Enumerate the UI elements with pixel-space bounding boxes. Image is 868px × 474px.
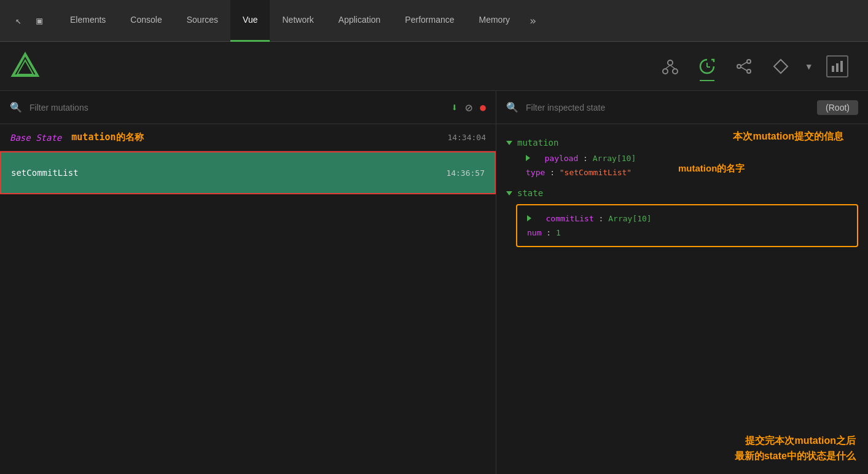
svg-marker-14: [774, 60, 788, 73]
router-icon[interactable]: [733, 55, 755, 77]
bar-chart-icon[interactable]: [826, 55, 848, 77]
events-icon[interactable]: [770, 55, 792, 77]
state-search-icon: 🔍: [506, 101, 518, 113]
payload-colon: :: [583, 154, 593, 163]
state-box: commitList : Array[10] num : 1: [516, 204, 858, 247]
commitlist-expand-triangle[interactable]: [527, 215, 531, 221]
record-icon[interactable]: ●: [480, 101, 486, 113]
ban-icon[interactable]: ⊘: [465, 100, 472, 115]
tab-bar: ↖ ▣ Elements Console Sources Vue Network…: [0, 0, 868, 42]
devtools-panel: ▼ 🔍 ⬇ ⊘ ●: [0, 42, 868, 474]
main-content: 🔍 ⬇ ⊘ ● Base State mutation的名称 14:34:04 …: [0, 91, 868, 474]
num-value: 1: [556, 228, 561, 237]
svg-line-13: [741, 67, 747, 71]
svg-point-2: [668, 60, 673, 65]
devtools-icons: ↖ ▣: [5, 12, 53, 30]
mutations-list: Base State mutation的名称 14:34:04 setCommi…: [0, 124, 496, 474]
base-state-row[interactable]: Base State mutation的名称 14:34:04: [0, 124, 496, 151]
left-panel: 🔍 ⬇ ⊘ ● Base State mutation的名称 14:34:04 …: [0, 91, 496, 474]
state-expand-triangle[interactable]: [506, 191, 512, 196]
state-section-header[interactable]: state: [506, 184, 858, 202]
state-search-bar: 🔍 (Root): [496, 91, 868, 124]
mutation-section-label: mutation: [517, 138, 558, 148]
payload-key: payload: [544, 154, 578, 163]
tab-performance[interactable]: Performance: [393, 0, 466, 42]
vue-header: ▼: [0, 42, 868, 91]
svg-line-12: [741, 62, 747, 66]
annotation-bottom: 提交完本次mutation之后 最新的state中的状态是什么: [735, 433, 856, 464]
mutation-row-name: setCommitList: [11, 168, 79, 178]
num-key: num: [527, 228, 541, 237]
tab-vue[interactable]: Vue: [230, 0, 270, 42]
mutation-name-annotation: mutation的名字: [678, 163, 745, 175]
svg-rect-16: [836, 63, 839, 72]
svg-point-3: [663, 69, 668, 74]
mutation-row[interactable]: setCommitList 14:36:57: [0, 151, 496, 194]
annotation-mutation-info: 本次mutation提交的信息: [733, 129, 843, 144]
tab-more[interactable]: »: [522, 0, 544, 42]
svg-point-11: [747, 69, 751, 73]
mutation-type-item: type : "setCommitList" mutation的名字: [506, 165, 858, 180]
base-state-time: 14:34:04: [447, 133, 486, 142]
state-commitlist-item[interactable]: commitList : Array[10]: [527, 211, 847, 226]
tab-application[interactable]: Application: [326, 0, 393, 42]
payload-expand-triangle[interactable]: [526, 155, 530, 161]
state-section: state commitList : Array[10]: [506, 184, 858, 247]
payload-value: Array[10]: [593, 154, 636, 163]
svg-line-5: [665, 65, 670, 69]
download-icon[interactable]: ⬇: [451, 101, 458, 114]
svg-rect-17: [840, 61, 843, 72]
num-colon: :: [546, 228, 556, 237]
commitlist-colon: :: [599, 214, 609, 223]
tab-network[interactable]: Network: [270, 0, 326, 42]
component-tree-icon[interactable]: [659, 55, 681, 77]
right-content: 本次mutation提交的信息 mutation payload : Array…: [496, 124, 868, 474]
vue-header-icons: ▼: [659, 55, 848, 77]
mutations-search-bar: 🔍 ⬇ ⊘ ●: [0, 91, 496, 124]
tab-console[interactable]: Console: [118, 0, 174, 42]
svg-rect-15: [832, 66, 834, 72]
mutation-expand-triangle[interactable]: [506, 141, 512, 145]
cursor-icon[interactable]: ↖: [10, 12, 27, 30]
search-icon: 🔍: [10, 101, 22, 113]
state-num-item: num : 1: [527, 226, 847, 240]
filter-state-input[interactable]: [526, 103, 810, 113]
svg-point-4: [673, 69, 678, 74]
type-key: type: [526, 168, 545, 177]
dropdown-arrow[interactable]: ▼: [807, 61, 811, 71]
right-panel: 🔍 (Root) 本次mutation提交的信息 mutation: [496, 91, 868, 474]
tab-memory[interactable]: Memory: [467, 0, 523, 42]
tab-sources[interactable]: Sources: [174, 0, 230, 42]
state-section-label: state: [517, 188, 543, 198]
commitlist-key: commitList: [545, 214, 593, 223]
annotation-bottom-line2: 最新的state中的状态是什么: [735, 448, 856, 464]
svg-line-6: [670, 65, 675, 69]
svg-point-10: [747, 60, 751, 63]
commitlist-value: Array[10]: [608, 214, 651, 223]
type-colon: :: [550, 168, 560, 177]
mutation-row-time: 14:36:57: [446, 168, 485, 178]
type-value: "setCommitList": [560, 168, 631, 177]
vue-logo: [10, 51, 41, 82]
mutation-name-label: mutation的名称: [71, 132, 143, 143]
tab-elements[interactable]: Elements: [58, 0, 118, 42]
svg-point-9: [737, 65, 741, 68]
root-badge[interactable]: (Root): [817, 100, 858, 115]
filter-mutations-input[interactable]: [29, 103, 444, 113]
annotation-bottom-line1: 提交完本次mutation之后: [735, 433, 856, 449]
inspect-icon[interactable]: ▣: [31, 12, 48, 30]
vuex-history-icon[interactable]: [696, 55, 718, 77]
base-state-label: Base State: [10, 133, 61, 143]
svg-marker-0: [13, 54, 37, 76]
